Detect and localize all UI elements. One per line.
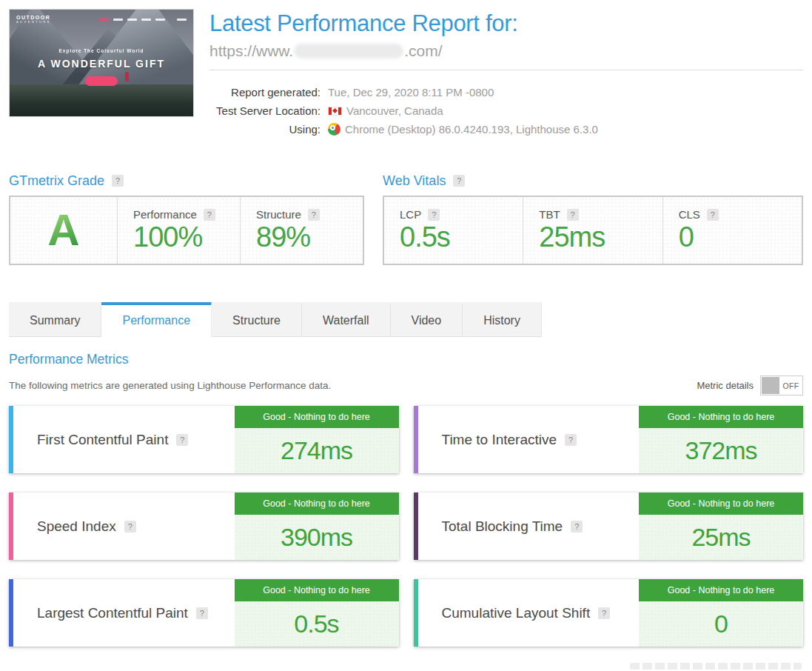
card-title-area: Largest Contentful Paint ? (13, 579, 235, 647)
performance-score-label: Performance ? (133, 208, 240, 221)
tab-history[interactable]: History (463, 302, 542, 337)
thumb-cta-button (177, 19, 187, 21)
thumb-hero: Explore The Colourful World A WONDERFUL … (10, 48, 193, 86)
tab-waterfall[interactable]: Waterfall (302, 302, 391, 337)
help-icon[interactable]: ? (112, 175, 124, 187)
report-page: OUTDOOR ADVENTURE Explore The Colourful … (0, 0, 812, 671)
help-icon[interactable]: ? (428, 209, 440, 221)
cls-value: 0 (679, 223, 802, 251)
web-vitals-title: Web Vitals (383, 173, 446, 189)
card-result: Good - Nothing to do here 274ms (235, 406, 399, 473)
help-icon[interactable]: ? (204, 209, 215, 221)
status-badge: Good - Nothing to do here (235, 579, 399, 601)
performance-metrics-subrow: The following metrics are generated usin… (9, 375, 803, 395)
performance-metrics-heading: Performance Metrics (9, 352, 803, 367)
web-vitals-heading: Web Vitals ? (383, 173, 803, 189)
thumb-nav-link (155, 19, 165, 21)
performance-metrics-subtitle: The following metrics are generated usin… (9, 380, 331, 391)
faded-watermark (630, 663, 802, 670)
metric-card-total-blocking-time: Total Blocking Time ? Good - Nothing to … (414, 493, 804, 560)
card-title: First Contentful Paint (37, 432, 168, 448)
tab-video[interactable]: Video (391, 302, 463, 337)
label-text: CLS (679, 208, 700, 221)
metric-card-time-to-interactive: Time to Interactive ? Good - Nothing to … (414, 406, 804, 473)
gtmetrix-grade-heading: GTmetrix Grade ? (9, 173, 364, 189)
card-title: Time to Interactive (442, 432, 557, 448)
metric-value: 390ms (235, 515, 399, 560)
thumb-lake (10, 84, 193, 116)
browser-version-value: Chrome (Desktop) 86.0.4240.193, Lighthou… (345, 123, 598, 136)
performance-score-cell: Performance ? 100% (117, 197, 240, 264)
help-icon[interactable]: ? (707, 209, 719, 221)
scores-section: GTmetrix Grade ? A Performance ? 100% St… (9, 173, 803, 265)
info-value: Tue, Dec 29, 2020 8:11 PM -0800 (328, 86, 494, 99)
card-title-area: Cumulative Layout Shift ? (418, 579, 640, 647)
help-icon[interactable]: ? (453, 175, 465, 187)
metric-details-toggle-wrap: Metric details OFF (697, 375, 803, 395)
info-label: Report generated: (209, 86, 321, 99)
status-badge: Good - Nothing to do here (235, 493, 399, 515)
grade-letter-cell: A (10, 197, 117, 264)
metric-value: 372ms (639, 428, 803, 473)
status-badge: Good - Nothing to do here (639, 406, 803, 428)
info-row-server-location: Test Server Location: Vancouver, Canada (209, 101, 803, 120)
metric-cards-grid: First Contentful Paint ? Good - Nothing … (9, 406, 803, 647)
metric-value: 25ms (639, 515, 803, 560)
report-generated-value: Tue, Dec 29, 2020 8:11 PM -0800 (328, 86, 494, 99)
info-label: Using: (209, 123, 321, 136)
help-icon[interactable]: ? (567, 209, 579, 221)
toggle-knob (762, 377, 779, 394)
info-value: Chrome (Desktop) 86.0.4240.193, Lighthou… (328, 123, 598, 136)
url-prefix: https://www. (209, 42, 293, 60)
header-divider (209, 70, 803, 70)
cls-label: CLS ? (679, 208, 802, 221)
thumb-brand-top: OUTDOOR (16, 15, 50, 20)
tab-structure[interactable]: Structure (212, 302, 302, 337)
thumb-brand-logo: OUTDOOR ADVENTURE (16, 15, 51, 24)
chrome-logo-icon (328, 123, 340, 136)
help-icon[interactable]: ? (308, 209, 320, 221)
metric-card-first-contentful-paint: First Contentful Paint ? Good - Nothing … (9, 406, 399, 473)
report-url: https://www. .com/ (209, 42, 803, 60)
card-result: Good - Nothing to do here 390ms (235, 493, 399, 560)
lcp-cell: LCP ? 0.5s (384, 197, 523, 264)
cls-cell: CLS ? 0 (662, 197, 802, 264)
gtmetrix-grade-title: GTmetrix Grade (9, 173, 104, 189)
status-badge: Good - Nothing to do here (639, 493, 803, 515)
help-icon[interactable]: ? (565, 434, 577, 446)
card-title-area: First Contentful Paint ? (13, 406, 235, 473)
structure-score-value: 89% (256, 223, 363, 251)
thumb-learn-more-button (85, 76, 118, 86)
help-icon[interactable]: ? (124, 521, 136, 533)
thumb-navbar: OUTDOOR ADVENTURE (16, 15, 187, 24)
thumb-brand-bottom: ADVENTURE (16, 21, 51, 24)
thumb-nav-link-active (99, 19, 109, 21)
card-result: Good - Nothing to do here 0 (639, 579, 803, 647)
thumb-nav-link (113, 19, 123, 21)
tab-summary[interactable]: Summary (9, 302, 101, 337)
url-suffix: .com/ (404, 42, 442, 60)
label-text: TBT (539, 208, 560, 221)
url-redacted-blur (294, 44, 403, 59)
web-vitals-section: Web Vitals ? LCP ? 0.5s TBT ? 25ms (383, 173, 803, 265)
thumb-nav-links (99, 19, 187, 21)
metric-value: 274ms (235, 428, 399, 473)
help-icon[interactable]: ? (571, 521, 583, 533)
help-icon[interactable]: ? (196, 607, 208, 619)
header-right: Latest Performance Report for: https://w… (209, 9, 803, 138)
card-title-area: Total Blocking Time ? (418, 493, 640, 560)
card-result: Good - Nothing to do here 372ms (639, 406, 803, 473)
tbt-cell: TBT ? 25ms (523, 197, 662, 264)
help-icon[interactable]: ? (176, 434, 188, 446)
card-result: Good - Nothing to do here 0.5s (235, 579, 399, 647)
metric-card-speed-index: Speed Index ? Good - Nothing to do here … (9, 493, 399, 560)
help-icon[interactable]: ? (598, 607, 610, 619)
card-title-area: Speed Index ? (13, 493, 235, 560)
gtmetrix-grade-box: A Performance ? 100% Structure ? 89% (9, 196, 364, 265)
tbt-value: 25ms (539, 223, 662, 251)
thumb-tagline: Explore The Colourful World (10, 48, 193, 53)
tab-performance[interactable]: Performance (101, 302, 212, 337)
status-badge: Good - Nothing to do here (235, 406, 399, 428)
metric-details-toggle[interactable]: OFF (760, 375, 803, 395)
canada-flag-icon (328, 107, 342, 116)
